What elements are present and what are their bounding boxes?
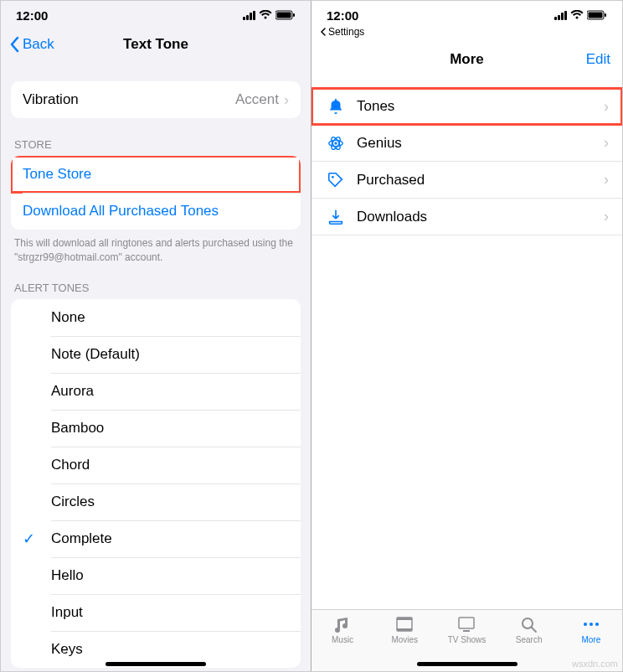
alert-tone-item[interactable]: Hello bbox=[11, 557, 301, 594]
wifi-icon bbox=[570, 8, 584, 23]
tab-label: Music bbox=[332, 635, 353, 644]
home-indicator[interactable] bbox=[417, 662, 517, 666]
breadcrumb-label: Settings bbox=[328, 26, 364, 38]
chevron-right-icon: › bbox=[604, 208, 609, 225]
status-bar: 12:00 bbox=[1, 1, 311, 26]
vibration-label: Vibration bbox=[23, 91, 79, 108]
more-item-tones[interactable]: Tones› bbox=[312, 88, 622, 125]
alert-tone-label: Note (Default) bbox=[51, 346, 140, 363]
tv-icon bbox=[456, 615, 477, 633]
alert-tone-item[interactable]: Circles bbox=[11, 483, 301, 520]
alert-tone-label: Chord bbox=[51, 457, 90, 473]
checkmark-icon: ✓ bbox=[23, 530, 35, 548]
more-item-label: Purchased bbox=[357, 172, 425, 189]
chevron-right-icon: › bbox=[284, 91, 289, 109]
battery-icon bbox=[275, 8, 296, 23]
back-button[interactable]: Back bbox=[9, 36, 54, 53]
status-time: 12:00 bbox=[16, 8, 48, 23]
alert-tone-item[interactable]: Bamboo bbox=[11, 410, 301, 447]
download-all-label: Download All Purchased Tones bbox=[23, 203, 219, 220]
alert-tone-item[interactable]: Note (Default) bbox=[11, 336, 301, 373]
svg-point-10 bbox=[332, 175, 334, 178]
alert-tone-item[interactable]: ✓Complete bbox=[11, 520, 301, 557]
more-item-downloads[interactable]: Downloads› bbox=[312, 199, 622, 235]
alert-tone-label: Keys bbox=[51, 641, 83, 658]
watermark: wsxdn.com bbox=[572, 659, 618, 669]
tab-label: Search bbox=[516, 635, 543, 644]
svg-line-17 bbox=[532, 628, 536, 632]
more-item-genius[interactable]: Genius› bbox=[312, 125, 622, 162]
back-label: Back bbox=[23, 36, 54, 53]
atom-icon bbox=[325, 132, 347, 154]
svg-rect-1 bbox=[277, 12, 291, 18]
store-header: STORE bbox=[1, 133, 311, 156]
alert-tones-header: ALERT TONES bbox=[1, 277, 311, 299]
nav-bar: Back Text Tone bbox=[1, 26, 311, 63]
svg-rect-2 bbox=[293, 13, 295, 17]
download-icon bbox=[325, 206, 347, 228]
svg-rect-4 bbox=[589, 12, 603, 18]
svg-point-20 bbox=[595, 623, 599, 626]
tone-store-button[interactable]: Tone Store bbox=[11, 156, 301, 193]
wifi-icon bbox=[259, 8, 272, 23]
alert-tone-label: Hello bbox=[51, 567, 84, 584]
vibration-cell[interactable]: Vibration Accent › bbox=[11, 81, 301, 118]
alert-tone-item[interactable]: Input bbox=[11, 594, 301, 631]
alert-tone-label: Input bbox=[51, 604, 83, 621]
chevron-right-icon: › bbox=[604, 134, 609, 152]
alert-tone-label: Bamboo bbox=[51, 420, 104, 437]
music-icon bbox=[332, 615, 353, 633]
bell-icon bbox=[325, 96, 347, 117]
itunes-more-screen: 12:00 Settings More Edit Tones›Genius›Pu… bbox=[312, 1, 622, 671]
breadcrumb-back[interactable]: Settings bbox=[312, 26, 622, 41]
alert-tone-label: None bbox=[51, 309, 85, 326]
status-time: 12:00 bbox=[327, 8, 358, 23]
svg-point-9 bbox=[334, 142, 337, 144]
tone-store-label: Tone Store bbox=[23, 166, 91, 183]
download-all-tones-button[interactable]: Download All Purchased Tones bbox=[11, 193, 301, 230]
alert-tone-item[interactable]: Aurora bbox=[11, 373, 301, 410]
settings-text-tone-screen: 12:00 Back Text Tone Vibration Accent › bbox=[1, 1, 312, 671]
svg-rect-13 bbox=[397, 628, 412, 631]
alert-tone-item[interactable]: None bbox=[11, 299, 301, 336]
vibration-value: Accent bbox=[235, 91, 279, 108]
svg-point-18 bbox=[584, 623, 587, 626]
more-item-label: Downloads bbox=[357, 209, 427, 225]
cellular-icon bbox=[243, 11, 255, 20]
alert-tone-label: Aurora bbox=[51, 383, 94, 400]
status-bar: 12:00 bbox=[312, 1, 622, 26]
edit-button[interactable]: Edit bbox=[586, 51, 610, 68]
chevron-right-icon: › bbox=[604, 171, 609, 189]
page-title: Text Tone bbox=[123, 36, 188, 53]
svg-rect-12 bbox=[397, 618, 412, 620]
tab-label: TV Shows bbox=[448, 635, 487, 644]
svg-point-19 bbox=[590, 623, 593, 626]
alert-tones-list: NoneNote (Default)AuroraBambooChordCircl… bbox=[11, 299, 301, 668]
film-icon bbox=[394, 615, 415, 633]
home-indicator[interactable] bbox=[106, 662, 206, 666]
alert-tone-item[interactable]: Chord bbox=[11, 447, 301, 483]
svg-rect-14 bbox=[459, 618, 474, 628]
page-title: More bbox=[450, 51, 484, 68]
alert-tone-label: Circles bbox=[51, 494, 95, 510]
more-list: Tones›Genius›Purchased›Downloads› bbox=[312, 88, 622, 235]
cellular-icon bbox=[554, 11, 567, 20]
alert-tone-label: Complete bbox=[51, 530, 112, 547]
chevron-right-icon: › bbox=[604, 98, 609, 116]
more-item-label: Genius bbox=[357, 135, 402, 152]
svg-rect-15 bbox=[463, 630, 470, 632]
more-icon bbox=[580, 615, 602, 633]
search-icon bbox=[518, 615, 540, 633]
tag-icon bbox=[325, 169, 347, 191]
svg-rect-5 bbox=[605, 13, 606, 17]
more-item-purchased[interactable]: Purchased› bbox=[312, 162, 622, 199]
tab-music[interactable]: Music bbox=[317, 615, 368, 671]
tab-label: More bbox=[581, 635, 600, 644]
tab-label: Movies bbox=[391, 635, 418, 644]
svg-point-16 bbox=[523, 618, 533, 628]
store-footer: This will download all ringtones and ale… bbox=[1, 230, 311, 271]
nav-bar: More Edit bbox=[312, 41, 622, 78]
battery-icon bbox=[587, 8, 607, 23]
more-item-label: Tones bbox=[357, 98, 394, 115]
